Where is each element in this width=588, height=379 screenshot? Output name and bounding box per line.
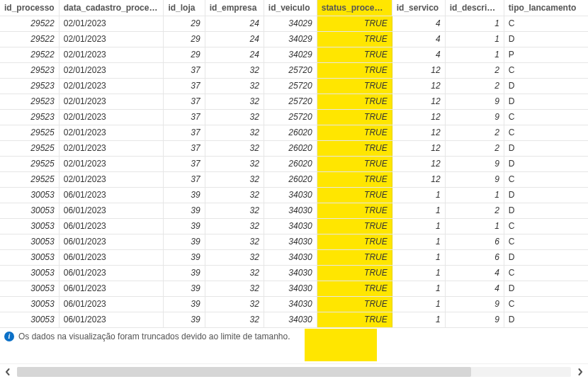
cell-id_empresa: 32 [205, 94, 264, 109]
table-row[interactable]: 3005306/01/2023393234030TRUE14D [0, 281, 588, 296]
cell-data_cadastro_processo: 02/01/2023 [59, 94, 164, 109]
cell-id_empresa: 32 [205, 312, 264, 327]
table-row[interactable]: 3005306/01/2023393234030TRUE16C [0, 234, 588, 249]
table-row[interactable]: 2952502/01/2023373226020TRUE129C [0, 171, 588, 187]
table-row[interactable]: 2952502/01/2023373226020TRUE122D [0, 140, 588, 156]
cell-id_veiculo: 34029 [264, 16, 317, 31]
scroll-left-button[interactable] [0, 364, 16, 380]
cell-status_processo: TRUE [317, 62, 392, 78]
cell-id_descricao: 4 [445, 281, 504, 296]
scroll-right-button[interactable] [572, 364, 588, 380]
cell-id_loja: 39 [164, 203, 205, 218]
cell-tipo_lancamento: C [504, 62, 588, 78]
table-row[interactable]: 3005306/01/2023393234030TRUE11C [0, 218, 588, 234]
cell-id_veiculo: 34030 [264, 312, 317, 327]
cell-id_veiculo: 26020 [264, 125, 317, 140]
cell-id_loja: 37 [164, 156, 205, 171]
cell-status_processo: TRUE [317, 218, 392, 234]
table-row[interactable]: 3005306/01/2023393234030TRUE12D [0, 203, 588, 218]
cell-tipo_lancamento: C [504, 109, 588, 125]
cell-tipo_lancamento: D [504, 249, 588, 265]
cell-data_cadastro_processo: 02/01/2023 [59, 31, 164, 47]
cell-id_veiculo: 34030 [264, 187, 317, 203]
cell-id_empresa: 32 [205, 296, 264, 312]
column-header-id_veiculo[interactable]: id_veiculo [264, 0, 317, 16]
column-header-id_descricao[interactable]: id_descricao [445, 0, 504, 16]
table-row[interactable]: 2952202/01/2023292434029TRUE41C [0, 16, 588, 31]
cell-status_processo: TRUE [317, 140, 392, 156]
truncation-info-row: i Os dados na visualização foram truncad… [0, 328, 588, 346]
column-header-data_cadastro_processo[interactable]: data_cadastro_processo [59, 0, 164, 16]
cell-data_cadastro_processo: 02/01/2023 [59, 16, 164, 31]
table-row[interactable]: 3005306/01/2023393234030TRUE11D [0, 187, 588, 203]
truncation-message: Os dados na visualização foram truncados… [18, 332, 290, 341]
cell-tipo_lancamento: C [504, 218, 588, 234]
table-row[interactable]: 3005306/01/2023393234030TRUE19D [0, 312, 588, 327]
cell-id_processo: 30053 [0, 234, 59, 249]
table-row[interactable]: 2952302/01/2023373225720TRUE129D [0, 94, 588, 109]
cell-tipo_lancamento: D [504, 156, 588, 171]
cell-status_processo: TRUE [317, 265, 392, 281]
cell-id_loja: 37 [164, 62, 205, 78]
cell-id_servico: 12 [392, 109, 445, 125]
cell-id_loja: 37 [164, 171, 205, 187]
column-header-id_empresa[interactable]: id_empresa [205, 0, 264, 16]
column-header-status_processo[interactable]: status_processo [317, 0, 392, 16]
cell-id_servico: 1 [392, 203, 445, 218]
cell-status_processo: TRUE [317, 47, 392, 62]
cell-id_veiculo: 34030 [264, 265, 317, 281]
cell-id_processo: 29523 [0, 94, 59, 109]
cell-data_cadastro_processo: 02/01/2023 [59, 125, 164, 140]
table-row[interactable]: 2952502/01/2023373226020TRUE129D [0, 156, 588, 171]
cell-id_descricao: 1 [445, 218, 504, 234]
cell-id_descricao: 4 [445, 265, 504, 281]
cell-id_veiculo: 34030 [264, 203, 317, 218]
cell-status_processo: TRUE [317, 249, 392, 265]
cell-data_cadastro_processo: 06/01/2023 [59, 312, 164, 327]
cell-id_servico: 1 [392, 281, 445, 296]
cell-id_loja: 29 [164, 31, 205, 47]
cell-status_processo: TRUE [317, 125, 392, 140]
table-row[interactable]: 3005306/01/2023393234030TRUE19C [0, 296, 588, 312]
table-row[interactable]: 2952502/01/2023373226020TRUE122C [0, 125, 588, 140]
cell-id_veiculo: 25720 [264, 94, 317, 109]
cell-id_servico: 12 [392, 62, 445, 78]
cell-id_processo: 30053 [0, 203, 59, 218]
column-header-id_servico[interactable]: id_servico [392, 0, 445, 16]
cell-id_servico: 4 [392, 16, 445, 31]
cell-status_processo: TRUE [317, 203, 392, 218]
table-row[interactable]: 3005306/01/2023393234030TRUE14C [0, 265, 588, 281]
cell-id_servico: 1 [392, 187, 445, 203]
cell-tipo_lancamento: C [504, 125, 588, 140]
cell-id_empresa: 32 [205, 62, 264, 78]
chevron-left-icon [4, 368, 11, 375]
scrollbar-thumb[interactable] [17, 367, 471, 377]
column-header-id_loja[interactable]: id_loja [164, 0, 205, 16]
cell-id_empresa: 32 [205, 187, 264, 203]
cell-id_empresa: 24 [205, 47, 264, 62]
cell-id_empresa: 32 [205, 171, 264, 187]
column-header-id_processo[interactable]: id_processo [0, 0, 59, 16]
column-header-tipo_lancamento[interactable]: tipo_lancamento [504, 0, 588, 16]
cell-id_processo: 30053 [0, 312, 59, 327]
cell-id_loja: 39 [164, 218, 205, 234]
table-row[interactable]: 3005306/01/2023393234030TRUE16D [0, 249, 588, 265]
table-row[interactable]: 2952202/01/2023292434029TRUE41P [0, 47, 588, 62]
cell-id_processo: 29525 [0, 156, 59, 171]
cell-status_processo: TRUE [317, 296, 392, 312]
table-row[interactable]: 2952302/01/2023373225720TRUE122C [0, 62, 588, 78]
cell-tipo_lancamento: C [504, 265, 588, 281]
cell-id_servico: 1 [392, 296, 445, 312]
scrollbar-track[interactable] [17, 367, 571, 377]
table-row[interactable]: 2952302/01/2023373225720TRUE122D [0, 78, 588, 94]
cell-id_empresa: 32 [205, 140, 264, 156]
cell-id_veiculo: 34030 [264, 281, 317, 296]
cell-status_processo: TRUE [317, 78, 392, 94]
table-row[interactable]: 2952302/01/2023373225720TRUE129C [0, 109, 588, 125]
data-preview-container: id_processodata_cadastro_processoid_loja… [0, 0, 588, 379]
cell-tipo_lancamento: D [504, 281, 588, 296]
horizontal-scrollbar[interactable] [0, 363, 588, 379]
cell-id_veiculo: 25720 [264, 78, 317, 94]
table-row[interactable]: 2952202/01/2023292434029TRUE41D [0, 31, 588, 47]
cell-id_loja: 37 [164, 140, 205, 156]
